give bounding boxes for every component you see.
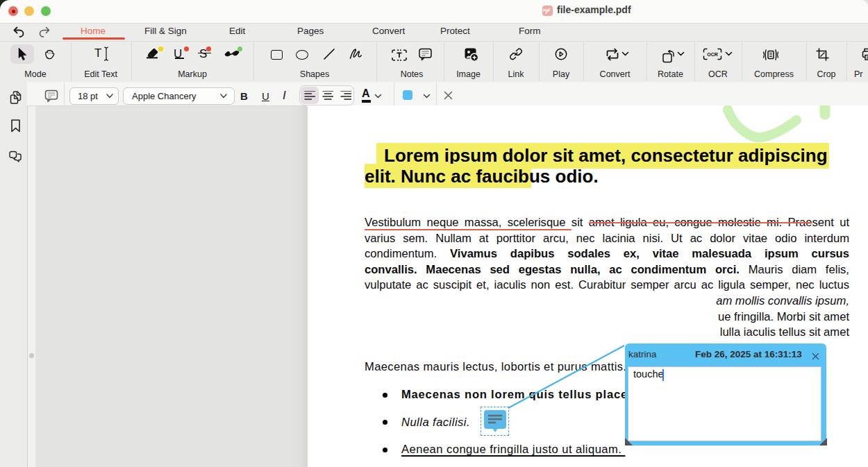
svg-text:OCR: OCR xyxy=(707,52,718,57)
